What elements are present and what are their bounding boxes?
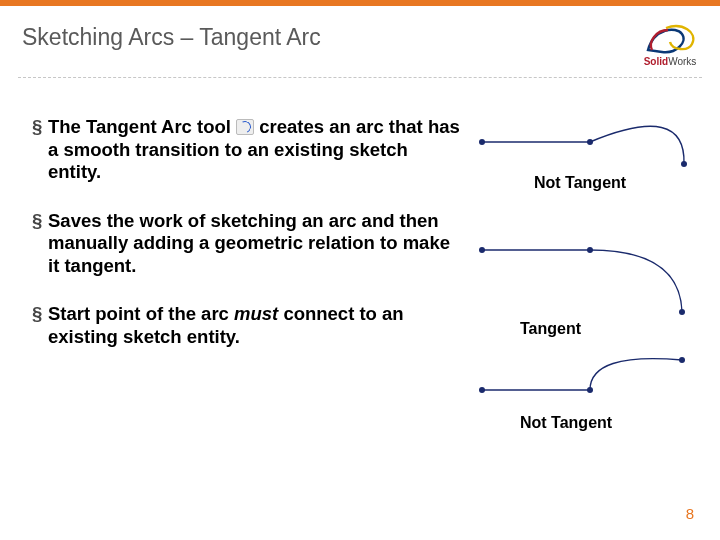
- svg-point-9: [479, 387, 485, 393]
- header: Sketching Arcs – Tangent Arc SolidWorks: [0, 6, 720, 77]
- label-not-tangent-bottom: Not Tangent: [520, 414, 612, 432]
- brand-works: Works: [668, 56, 696, 67]
- bullet-2: Saves the work of sketching an arc and t…: [32, 210, 462, 278]
- bullet-3-emph: must: [234, 303, 278, 324]
- figure-column: Not Tangent Tangent Not Tangent: [462, 116, 692, 476]
- bullet-1: The Tangent Arc tool creates an arc that…: [32, 116, 462, 184]
- svg-point-1: [479, 139, 485, 145]
- svg-point-11: [679, 357, 685, 363]
- label-not-tangent-top: Not Tangent: [534, 174, 626, 192]
- brand-solid: Solid: [644, 56, 668, 67]
- svg-point-7: [679, 309, 685, 315]
- tangent-arc-tool-icon: [236, 119, 254, 135]
- bullet-list: The Tangent Arc tool creates an arc that…: [32, 116, 462, 476]
- brand-wordmark: SolidWorks: [644, 56, 697, 67]
- svg-point-5: [479, 247, 485, 253]
- arc-illustrations: [460, 102, 700, 462]
- bullet-1-pre: The Tangent Arc tool: [48, 116, 236, 137]
- page-number: 8: [686, 505, 694, 522]
- svg-point-3: [681, 161, 687, 167]
- brand-logo: SolidWorks: [642, 20, 698, 67]
- bullet-3: Start point of the arc must connect to a…: [32, 303, 462, 348]
- label-tangent: Tangent: [520, 320, 581, 338]
- bullet-3-pre: Start point of the arc: [48, 303, 234, 324]
- content-area: The Tangent Arc tool creates an arc that…: [0, 78, 720, 476]
- slide-title: Sketching Arcs – Tangent Arc: [22, 24, 321, 51]
- ds-logo-icon: [642, 20, 698, 58]
